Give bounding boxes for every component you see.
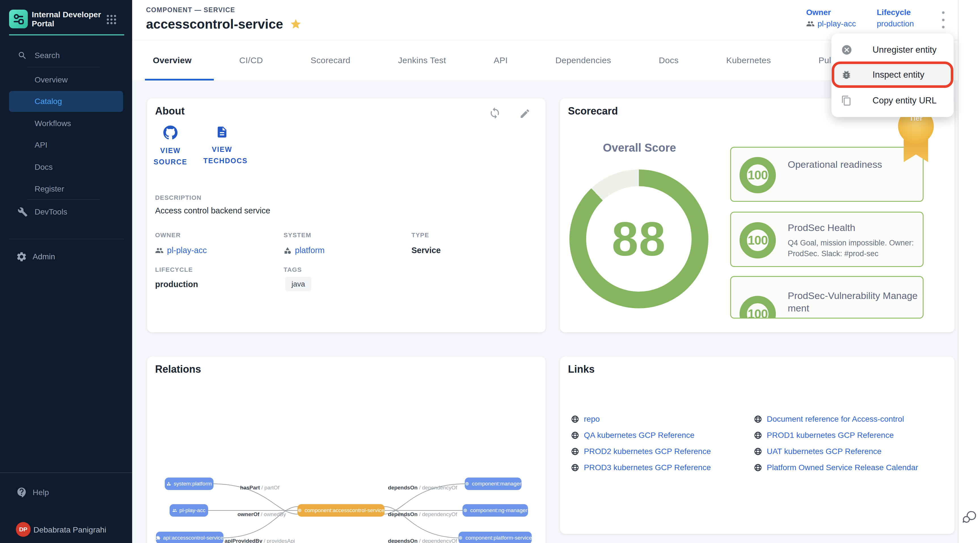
scrollbar-gutter[interactable] [958, 0, 980, 543]
gear-icon [16, 251, 27, 262]
sidebar-item-devtools[interactable]: DevTools [0, 206, 132, 218]
support-chat-icon[interactable] [961, 509, 978, 527]
sidebar-item-catalog[interactable]: Catalog [0, 96, 132, 107]
globe-icon [754, 431, 762, 440]
link-item[interactable]: PROD2 kubernetes GCP Reference [571, 443, 711, 459]
sidebar-item-overview[interactable]: Overview [0, 74, 132, 86]
edge-label-dependson-1: dependsOn / dependencyOf [388, 484, 457, 491]
sidebar-item-docs[interactable]: Docs [0, 162, 132, 173]
relation-node-system-platform[interactable]: system:platform [165, 478, 213, 490]
menu-item-inspect-entity[interactable]: Inspect entity [834, 64, 951, 85]
link-item[interactable]: PROD1 kubernetes GCP Reference [754, 427, 918, 443]
link-item[interactable]: Platform Owned Service Release Calendar [754, 459, 918, 476]
relation-node-component-ng-manager[interactable]: component:ng-manager [463, 504, 528, 517]
sidebar: Internal Developer Portal Search Overvie… [0, 0, 132, 543]
sidebar-divider [9, 239, 124, 239]
check-score-ring: 100 [740, 157, 776, 193]
globe-icon [571, 431, 579, 440]
link-item[interactable]: QA kubernetes GCP Reference [571, 427, 711, 443]
tab-api[interactable]: API [486, 56, 516, 65]
check-score-ring: 100 [740, 296, 776, 319]
type-value: Service [412, 246, 441, 255]
check-subtitle: Q4 Goal, mission impossible. Owner: Prod… [788, 238, 921, 259]
tab-overview[interactable]: Overview [145, 56, 200, 65]
tab-docs[interactable]: Docs [651, 56, 687, 65]
owner-link[interactable]: pl-play-acc [818, 19, 856, 29]
relation-node-component-manager[interactable]: component:manager [465, 478, 522, 490]
description-value: Access control backend service [155, 206, 270, 215]
overall-score-label: Overall Score [560, 141, 719, 154]
sidebar-search[interactable]: Search [0, 50, 132, 61]
globe-icon [571, 415, 579, 423]
tag-chip[interactable]: java [285, 277, 311, 291]
relation-node-api-accesscontrol-service[interactable]: api:accesscontrol-service [156, 532, 223, 543]
about-system-link[interactable]: platform [295, 246, 325, 255]
relation-node-component-accesscontrol-service[interactable]: component:accesscontrol-service [298, 504, 385, 517]
link-item[interactable]: repo [571, 411, 711, 427]
edit-pencil-icon[interactable] [519, 108, 531, 121]
links-card: Links repo QA kubernetes GCP Reference P… [560, 357, 955, 534]
sidebar-item-help[interactable]: Help [0, 487, 132, 498]
refresh-icon[interactable] [488, 107, 501, 121]
sidebar-divider [27, 199, 100, 200]
sidebar-devtools-label: DevTools [35, 208, 67, 216]
help-chat-icon [16, 487, 28, 499]
app-logo[interactable] [9, 10, 28, 29]
sidebar-item-api[interactable]: API [0, 140, 132, 151]
menu-item-unregister-entity[interactable]: Unregister entity [831, 37, 954, 62]
tab-dependencies[interactable]: Dependencies [547, 56, 619, 65]
lifecycle-value: production [877, 19, 914, 29]
entity-kind-breadcrumb: COMPONENT — SERVICE [146, 6, 235, 14]
sidebar-item-admin[interactable]: Admin [0, 251, 132, 262]
tab-scorecard[interactable]: Scorecard [302, 56, 358, 65]
relation-node-pl-play-acc[interactable]: pl-play-acc [170, 504, 208, 517]
links-card-title: Links [568, 363, 595, 375]
puzzle-extension-icon [156, 536, 161, 540]
tab-kubernetes[interactable]: Kubernetes [718, 56, 779, 65]
sidebar-item-register[interactable]: Register [0, 183, 132, 195]
view-techdocs-button[interactable]: VIEWTECHDOCS [203, 125, 241, 166]
tab-cicd[interactable]: CI/CD [231, 56, 271, 65]
system-field-label: SYSTEM [283, 232, 311, 239]
chip-icon [298, 508, 302, 513]
link-item[interactable]: PROD3 kubernetes GCP Reference [571, 459, 711, 476]
sidebar-admin-label: Admin [33, 252, 55, 261]
tab-jenkins-test[interactable]: Jenkins Test [390, 56, 454, 65]
check-score-ring: 100 [740, 222, 776, 259]
menu-item-copy-entity-url[interactable]: Copy entity URL [831, 88, 954, 113]
link-item[interactable]: UAT kubernetes GCP Reference [754, 443, 918, 459]
globe-icon [754, 447, 762, 456]
globe-icon [571, 464, 579, 472]
owner-label: Owner [806, 8, 856, 17]
relations-card: Relations system:platform pl-play-acc ap… [147, 357, 546, 543]
globe-icon [571, 447, 579, 456]
edge-label-dependson-2: dependsOn / dependencyOf [388, 511, 457, 518]
sidebar-item-workflows[interactable]: Workflows [0, 118, 132, 129]
lifecycle-label: Lifecycle [877, 8, 914, 17]
cancel-circle-icon [841, 44, 853, 56]
sidebar-help-label: Help [33, 488, 49, 497]
sidebar-accent-rule [9, 34, 124, 35]
entity-context-menu: Unregister entity Inspect entity Copy en… [831, 33, 954, 117]
more-options-kebab-icon[interactable] [937, 10, 950, 30]
type-field-label: TYPE [412, 232, 429, 239]
relation-node-component-platform-service[interactable]: component:platform-service [458, 532, 532, 543]
scorecard-check-operational-readiness[interactable]: 100 Operational readiness [730, 147, 924, 202]
user-name[interactable]: Debabrata Panigrahi [33, 526, 107, 535]
about-owner-link[interactable]: pl-play-acc [167, 246, 207, 255]
link-item[interactable]: Document reference for Access-control [754, 411, 918, 427]
chip-icon [463, 508, 468, 513]
page-title: accesscontrol-service [146, 16, 283, 32]
bug-icon [841, 70, 852, 80]
user-avatar[interactable]: DP [16, 522, 30, 537]
scorecard-check-prodsec-health[interactable]: 100 ProdSec Health Q4 Goal, mission impo… [730, 212, 924, 267]
apps-grid-icon[interactable] [106, 14, 117, 26]
group-icon [172, 508, 177, 513]
scorecard-check-prodsec-vulnerability[interactable]: 100 ProdSec-Vulnerability Management [730, 276, 924, 319]
favorite-star-icon[interactable] [290, 18, 302, 30]
chip-icon [458, 536, 463, 540]
tags-field-label: TAGS [283, 266, 302, 273]
wrench-icon [18, 207, 28, 217]
edge-label-apiprovidedby: apiProvidedBy / providesApi [224, 538, 295, 543]
view-source-button[interactable]: VIEWSOURCE [152, 125, 189, 167]
